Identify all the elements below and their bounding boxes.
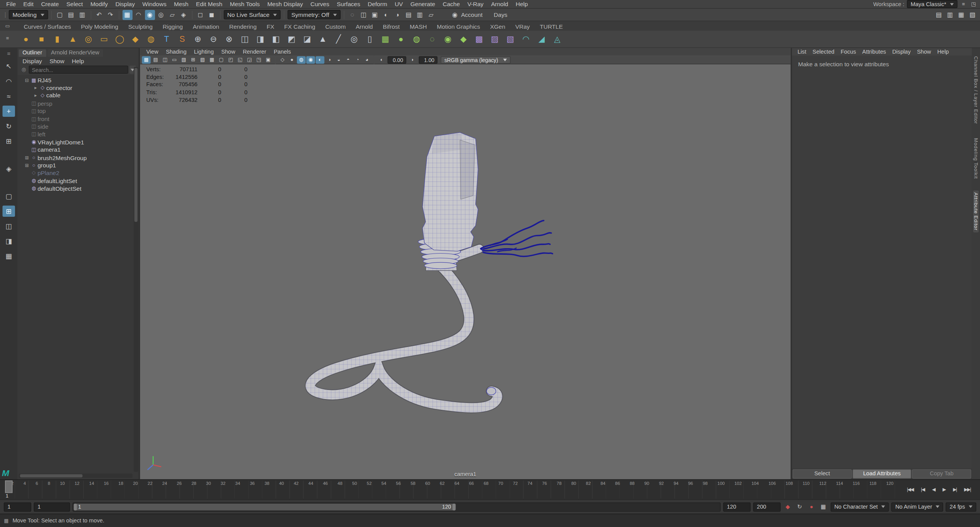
- workspace-options-icon[interactable]: ◳: [969, 1, 977, 8]
- shaded-display-icon[interactable]: ●: [287, 56, 296, 64]
- outliner-item-defaultobjectset[interactable]: ◍ defaultObjectSet: [18, 185, 139, 192]
- prev-key-button[interactable]: |◀: [920, 486, 925, 494]
- film-gate-icon[interactable]: ▢: [217, 56, 226, 64]
- animation-end-field[interactable]: 200: [753, 502, 781, 511]
- snap-to-point-icon[interactable]: ◉: [145, 10, 155, 20]
- shelf-poly-torus-icon[interactable]: ◎: [81, 32, 96, 46]
- component-mode-icon[interactable]: ◼: [206, 10, 216, 20]
- viewport-menu-item[interactable]: Renderer: [239, 49, 270, 55]
- shelf-poly-disc-icon[interactable]: ◯: [113, 32, 127, 46]
- universal-manipulator-icon[interactable]: ◈: [3, 163, 15, 174]
- workspace-dropdown[interactable]: Maya Classic*: [907, 0, 957, 8]
- outliner-item-side[interactable]: ◫ side: [18, 123, 139, 130]
- character-set-dropdown[interactable]: No Character Set: [831, 502, 889, 511]
- shelf-tab[interactable]: FX Caching: [279, 23, 320, 31]
- shelf-poly-sphere-icon[interactable]: ●: [19, 32, 33, 46]
- bookmark-icon[interactable]: ▭: [170, 56, 179, 64]
- side-tab-channel-box[interactable]: Channel Box / Layer Editor: [973, 54, 979, 126]
- menu-item[interactable]: Cache: [439, 1, 464, 8]
- shelf-relax-brush-icon[interactable]: ◌: [425, 32, 439, 46]
- shelf-boolean-difference-icon[interactable]: ⊖: [206, 32, 221, 46]
- go-to-end-button[interactable]: ▶▶|: [964, 486, 971, 494]
- lights-display-icon[interactable]: ◉: [306, 56, 315, 64]
- step-forward-button[interactable]: ▶|: [952, 486, 957, 494]
- redo-icon[interactable]: ↷: [105, 10, 115, 20]
- menu-item[interactable]: Edit Mesh: [192, 1, 226, 8]
- layout-custom-icon[interactable]: ▦: [3, 250, 15, 262]
- shelf-tab[interactable]: Custom: [320, 23, 351, 31]
- outliner-menu-show[interactable]: Show: [49, 57, 64, 64]
- textured-display-icon[interactable]: ◍: [297, 56, 306, 64]
- menu-set-dropdown[interactable]: Modeling: [9, 10, 48, 19]
- safe-title-icon[interactable]: ▣: [264, 56, 272, 64]
- shelf-multi-cut-icon[interactable]: ╱: [331, 32, 346, 46]
- outliner-menu-help[interactable]: Help: [72, 57, 84, 64]
- viewport-3d-model[interactable]: [140, 64, 790, 479]
- shelf-tab[interactable]: Arnold: [351, 23, 378, 31]
- menu-item[interactable]: Windows: [139, 1, 170, 8]
- expander-icon[interactable]: ⊞: [24, 162, 30, 168]
- outliner-item-left[interactable]: ◫ left: [18, 131, 139, 138]
- attribute-editor-menu-item[interactable]: Selected: [810, 49, 837, 55]
- snap-to-curve-icon[interactable]: ◠: [133, 10, 143, 20]
- move-tool-icon[interactable]: +: [3, 106, 15, 117]
- outliner-item-group1[interactable]: ⊞ ○ group1: [18, 161, 139, 169]
- rotate-tool-icon[interactable]: ↻: [3, 121, 15, 132]
- shelf-type-tool-icon[interactable]: T: [159, 32, 174, 46]
- shelf-tab[interactable]: Poly Modeling: [76, 23, 123, 31]
- paint-select-tool-icon[interactable]: ≈: [3, 91, 15, 102]
- layout-single-pane-icon[interactable]: ▢: [3, 191, 15, 202]
- shelf-tab-toggle-icon[interactable]: ▭: [3, 23, 12, 30]
- layout-four-pane-icon[interactable]: ⊞: [3, 206, 15, 217]
- lock-camera-icon[interactable]: ▤: [151, 56, 160, 64]
- side-tab-modeling-toolkit[interactable]: Modeling Toolkit: [973, 136, 979, 180]
- resolution-gate-icon[interactable]: ◰: [226, 56, 235, 64]
- xray-display-icon[interactable]: ◔: [353, 56, 362, 64]
- layout-two-pane-icon[interactable]: ◫: [3, 221, 15, 232]
- shelf-bridge-icon[interactable]: ◪: [300, 32, 315, 46]
- shelf-tab[interactable]: Bifrost: [378, 23, 405, 31]
- shelf-crease-icon[interactable]: ◢: [534, 32, 549, 46]
- field-chart-icon[interactable]: ◲: [245, 56, 254, 64]
- account-label[interactable]: Account: [461, 11, 482, 18]
- shelf-tab[interactable]: Animation: [188, 23, 224, 31]
- multisample-aa-icon[interactable]: ◓: [344, 56, 352, 64]
- soft-select-icon[interactable]: ◌: [347, 10, 357, 20]
- shelf-combine-icon[interactable]: ◫: [238, 32, 252, 46]
- shelf-tab[interactable]: XGen: [485, 23, 510, 31]
- current-frame-indicator[interactable]: [5, 481, 13, 493]
- range-slider-handle[interactable]: 1 120: [74, 503, 456, 510]
- exposure-field[interactable]: 0.00: [387, 56, 406, 64]
- menu-item[interactable]: Deform: [364, 1, 391, 8]
- tab-arnold-renderview[interactable]: Arnold RenderView: [47, 49, 103, 57]
- outliner-item-top[interactable]: ◫ top: [18, 107, 139, 115]
- pan-zoom-2d-icon[interactable]: ⊞: [189, 56, 198, 64]
- reflection-icon[interactable]: ◫: [359, 10, 369, 20]
- tab-outliner[interactable]: Outliner: [19, 49, 46, 57]
- toggle-viewport-icon[interactable]: ▱: [426, 10, 436, 20]
- shelf-bevel-icon[interactable]: ◩: [284, 32, 299, 46]
- outliner-vertical-scrollbar[interactable]: [134, 67, 138, 472]
- viewport-menu-item[interactable]: Lighting: [190, 49, 218, 55]
- select-button[interactable]: Select: [793, 469, 852, 478]
- viewport-menu-item[interactable]: Show: [218, 49, 239, 55]
- outliner-item-rj45[interactable]: ⊟ ▦ RJ45: [18, 76, 139, 84]
- shelf-tab[interactable]: VRay: [510, 23, 535, 31]
- menu-item[interactable]: Create: [37, 1, 62, 8]
- menu-item[interactable]: Mesh: [170, 1, 192, 8]
- select-tool-icon[interactable]: ↖: [3, 61, 15, 72]
- undo-icon[interactable]: ↶: [94, 10, 104, 20]
- render-current-frame-icon[interactable]: ◐: [381, 10, 391, 20]
- search-filter-icon[interactable]: ◎: [20, 67, 28, 73]
- viewport-menu-item[interactable]: View: [143, 49, 162, 55]
- wireframe-display-icon[interactable]: ◇: [278, 56, 287, 64]
- snap-to-view-plane-icon[interactable]: ▱: [167, 10, 177, 20]
- playback-loop-icon[interactable]: ↻: [795, 502, 804, 511]
- snap-to-grid-icon[interactable]: ▦: [122, 10, 132, 20]
- shelf-smooth-mesh-icon[interactable]: ◠: [519, 32, 533, 46]
- gamma-field[interactable]: 1.00: [419, 56, 438, 64]
- modeling-toolkit-toggle-icon[interactable]: ▧: [967, 10, 977, 20]
- shelf-tab[interactable]: Rigging: [158, 23, 188, 31]
- new-scene-icon[interactable]: ▢: [55, 10, 65, 20]
- attribute-editor-toggle-icon[interactable]: ▥: [945, 10, 955, 20]
